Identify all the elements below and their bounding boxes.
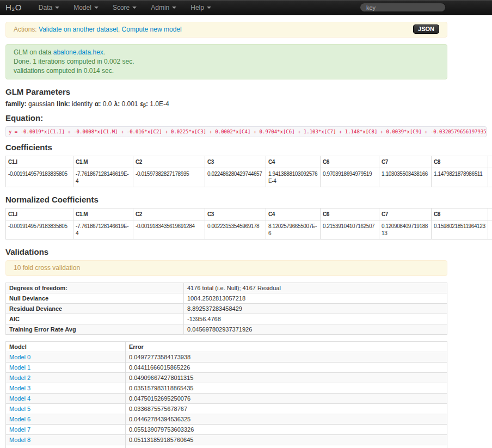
equation-title: Equation: bbox=[5, 113, 447, 122]
glm-parameters-line: family: gaussianlink: identityα: 0.0λ: 0… bbox=[5, 100, 447, 108]
model-error-cell: 0.035157983118865435 bbox=[126, 383, 447, 394]
caret-down-icon bbox=[55, 7, 59, 9]
caret-down-icon bbox=[132, 7, 137, 9]
normalized-coefficients-table: C1.IC1.MC2C3C4C6C7C8 -0.0019149579183835… bbox=[5, 208, 492, 240]
model-link-7[interactable]: Model 7 bbox=[9, 426, 30, 433]
stats-value: 8.892537283458429 bbox=[184, 304, 447, 314]
actions-links: Validate on another dataset, Compute new… bbox=[39, 26, 182, 33]
model-error-cell: 0.04462784394536325 bbox=[126, 414, 447, 425]
model-link-0[interactable]: Model 0 bbox=[9, 354, 30, 360]
model-name-cell: Model 9 bbox=[6, 445, 126, 448]
norm-coef-value-cell: 0.15980218511964123 bbox=[432, 220, 488, 240]
model-row: Model 90.046791108571346295 bbox=[6, 445, 447, 448]
status-line-2: Done. 1 iterations computed in 0.002 sec… bbox=[14, 57, 439, 66]
coefficients-value-row: -0.0019149579183835805-7.761867128146619… bbox=[6, 168, 492, 187]
model-link-8[interactable]: Model 8 bbox=[9, 437, 30, 443]
normalized-coefficients-title: Normalized Coefficients bbox=[5, 195, 447, 204]
stats-row: Residual Deviance8.892537283458429 bbox=[6, 304, 447, 314]
model-name-cell: Model 7 bbox=[6, 425, 126, 435]
stats-value: -13956.4768 bbox=[184, 314, 447, 324]
key-search-input[interactable] bbox=[360, 3, 446, 12]
caret-down-icon bbox=[94, 7, 99, 9]
norm-coef-column-header: C8 bbox=[432, 208, 488, 220]
model-link-2[interactable]: Model 2 bbox=[9, 375, 30, 381]
actions-label: Actions: bbox=[14, 26, 37, 33]
stats-label: Degrees of freedom: bbox=[6, 283, 184, 293]
coef-value-cell: 0.022486280429744657 bbox=[205, 168, 266, 187]
coefficients-table: C1.IC1.MC2C3C4C6C7C8 -0.0019149579183835… bbox=[5, 156, 492, 187]
coef-column-header: C4 bbox=[266, 156, 321, 168]
nav-item-admin[interactable]: Admin bbox=[144, 0, 183, 15]
action-link-0[interactable]: Validate on another dataset bbox=[39, 26, 118, 33]
stats-row: Null Deviance1004.2502813057218 bbox=[6, 293, 447, 304]
nav-item-help[interactable]: Help bbox=[183, 0, 218, 15]
norm-coef-value-cell: 0.12090840971918813 bbox=[379, 220, 432, 240]
norm-coef-value-cell: 0.21539104107162507 bbox=[321, 220, 379, 240]
model-name-cell: Model 3 bbox=[6, 383, 126, 394]
model-link-5[interactable]: Model 5 bbox=[9, 406, 30, 412]
glm-param: link: identity bbox=[57, 100, 93, 108]
status-line-1: GLM on data abalone.data.hex. bbox=[14, 48, 439, 57]
norm-coef-column-header-clipped bbox=[488, 208, 492, 220]
coef-column-header: C6 bbox=[321, 156, 379, 168]
model-row: Model 80.051131859185760645 bbox=[6, 435, 447, 445]
status-box: GLM on data abalone.data.hex. Done. 1 it… bbox=[5, 44, 447, 79]
model-row: Model 50.0336875575678767 bbox=[6, 404, 447, 414]
dataset-link[interactable]: abalone.data.hex bbox=[53, 48, 103, 56]
model-error-cell: 0.055139079753603326 bbox=[126, 425, 447, 435]
caret-down-icon bbox=[172, 7, 176, 9]
coef-value-cell: -0.0019149579183835805 bbox=[6, 168, 73, 187]
json-button[interactable]: JSON bbox=[413, 24, 439, 34]
coef-column-header: C3 bbox=[205, 156, 266, 168]
norm-coef-column-header: C3 bbox=[205, 208, 266, 220]
stats-value: 0.045697802937371926 bbox=[184, 324, 447, 335]
status-line-3: validations computed in 0.014 sec. bbox=[14, 66, 439, 76]
model-name-cell: Model 5 bbox=[6, 404, 126, 414]
model-error-cell: 0.0336875575678767 bbox=[126, 404, 447, 414]
model-error-cell: 0.04411666015865226 bbox=[126, 363, 447, 373]
norm-coef-value-cell: -7.761867128146619E-4 bbox=[73, 220, 133, 240]
coef-value-cell: -7.761867128146619E-4 bbox=[73, 168, 133, 187]
nav-item-data[interactable]: Data bbox=[32, 0, 66, 15]
model-error-cell: 0.04750152695250076 bbox=[126, 394, 447, 404]
nav-item-score[interactable]: Score bbox=[106, 0, 144, 15]
norm-coef-value-cell: 8.12025796655007E-6 bbox=[266, 220, 321, 240]
norm-coef-column-header: C1.I bbox=[6, 208, 73, 220]
glm-param: εᵦ: 1.0E-4 bbox=[140, 100, 169, 108]
norm-coef-value-cell: -0.0019183435619691284 bbox=[133, 220, 205, 240]
stats-label: Residual Deviance bbox=[6, 304, 184, 314]
model-name-cell: Model 2 bbox=[6, 373, 126, 383]
equation-code: y = -0.0019*x[C1.I] + -0.0008*x[C1.M] + … bbox=[5, 126, 487, 137]
glm-param: λ: 0.001 bbox=[114, 100, 138, 108]
model-link-6[interactable]: Model 6 bbox=[9, 416, 30, 422]
model-link-4[interactable]: Model 4 bbox=[9, 395, 30, 402]
navbar-menu: DataModelScoreAdminHelp bbox=[32, 0, 218, 15]
coef-value-cell: 1.9413888103092576E-4 bbox=[266, 168, 321, 187]
model-error-cell: 0.04972773584173938 bbox=[126, 352, 447, 363]
model-error-cell: 0.049096674278011315 bbox=[126, 373, 447, 383]
coef-column-header: C1.M bbox=[73, 156, 133, 168]
coef-column-header: C1.I bbox=[6, 156, 73, 168]
stats-row: Degrees of freedom:4176 total (i.e. Null… bbox=[6, 283, 447, 293]
model-row: Model 30.035157983118865435 bbox=[6, 383, 447, 394]
glm-param-label: α: bbox=[95, 100, 101, 108]
model-link-3[interactable]: Model 3 bbox=[9, 385, 30, 391]
models-table: ModelError Model 00.04972773584173938Mod… bbox=[5, 341, 447, 448]
glm-param-label: εᵦ: bbox=[140, 100, 148, 108]
action-link-1[interactable]: Compute new model bbox=[122, 26, 182, 33]
norm-coef-value-cell-clipped bbox=[488, 220, 492, 240]
models-body: Model 00.04972773584173938Model 10.04411… bbox=[6, 352, 447, 448]
model-name-cell: Model 1 bbox=[6, 363, 126, 373]
model-name-cell: Model 6 bbox=[6, 414, 126, 425]
model-link-1[interactable]: Model 1 bbox=[9, 364, 30, 371]
model-row: Model 20.049096674278011315 bbox=[6, 373, 447, 383]
nav-item-model[interactable]: Model bbox=[66, 0, 106, 15]
normalized-header-row: C1.IC1.MC2C3C4C6C7C8 bbox=[6, 208, 492, 220]
coef-column-header: C8 bbox=[432, 156, 488, 168]
model-row: Model 70.055139079753603326 bbox=[6, 425, 447, 435]
actions-bar: JSON Actions: Validate on another datase… bbox=[5, 22, 447, 38]
h2o-logo[interactable]: H₂O bbox=[0, 3, 32, 12]
stats-row: Training Error Rate Avg0.045697802937371… bbox=[6, 324, 447, 335]
coefficients-header-row: C1.IC1.MC2C3C4C6C7C8 bbox=[6, 156, 492, 168]
model-error-cell: 0.046791108571346295 bbox=[126, 445, 447, 448]
